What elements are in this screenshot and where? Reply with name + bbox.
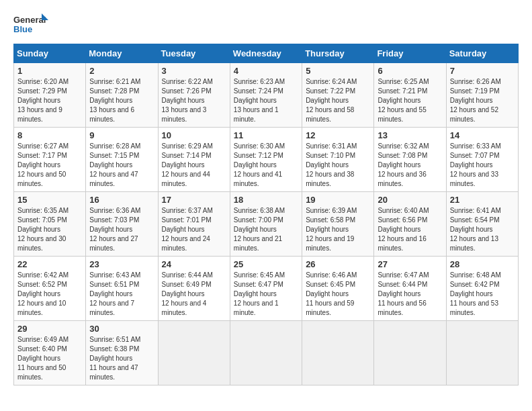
day-number: 24	[162, 259, 226, 269]
calendar-cell: 14 Sunrise: 6:33 AM Sunset: 7:07 PM Dayl…	[446, 128, 518, 192]
calendar-cell: 23 Sunrise: 6:43 AM Sunset: 6:51 PM Dayl…	[86, 257, 158, 321]
cell-content: Sunrise: 6:35 AM Sunset: 7:05 PM Dayligh…	[17, 206, 82, 253]
cell-content: Sunrise: 6:21 AM Sunset: 7:28 PM Dayligh…	[89, 77, 154, 124]
day-number: 23	[89, 259, 154, 269]
day-header-tuesday: Tuesday	[158, 44, 230, 63]
day-number: 7	[450, 66, 515, 76]
calendar-cell: 28 Sunrise: 6:48 AM Sunset: 6:42 PM Dayl…	[446, 257, 518, 321]
cell-content: Sunrise: 6:28 AM Sunset: 7:15 PM Dayligh…	[89, 142, 154, 189]
cell-content: Sunrise: 6:42 AM Sunset: 6:52 PM Dayligh…	[17, 271, 82, 318]
calendar-cell: 27 Sunrise: 6:47 AM Sunset: 6:44 PM Dayl…	[374, 257, 446, 321]
cell-content: Sunrise: 6:33 AM Sunset: 7:07 PM Dayligh…	[450, 142, 515, 189]
day-number: 14	[450, 130, 515, 140]
day-number: 18	[234, 195, 298, 205]
day-number: 19	[306, 195, 370, 205]
calendar-cell: 5 Sunrise: 6:24 AM Sunset: 7:22 PM Dayli…	[302, 63, 374, 128]
cell-content: Sunrise: 6:49 AM Sunset: 6:40 PM Dayligh…	[17, 335, 82, 382]
day-number: 10	[162, 130, 226, 140]
page-header: General Blue	[13, 13, 519, 37]
calendar-cell: 20 Sunrise: 6:40 AM Sunset: 6:56 PM Dayl…	[374, 192, 446, 257]
week-row-5: 29 Sunrise: 6:49 AM Sunset: 6:40 PM Dayl…	[14, 321, 519, 385]
day-number: 13	[378, 130, 442, 140]
cell-content: Sunrise: 6:45 AM Sunset: 6:47 PM Dayligh…	[234, 271, 298, 318]
calendar-cell: 8 Sunrise: 6:27 AM Sunset: 7:17 PM Dayli…	[14, 128, 86, 192]
calendar-cell: 10 Sunrise: 6:29 AM Sunset: 7:14 PM Dayl…	[158, 128, 230, 192]
day-header-sunday: Sunday	[14, 44, 86, 63]
day-number: 4	[234, 66, 298, 76]
cell-content: Sunrise: 6:38 AM Sunset: 7:00 PM Dayligh…	[234, 206, 298, 253]
logo-svg: General Blue	[13, 13, 50, 37]
week-row-4: 22 Sunrise: 6:42 AM Sunset: 6:52 PM Dayl…	[14, 257, 519, 321]
calendar-cell: 25 Sunrise: 6:45 AM Sunset: 6:47 PM Dayl…	[230, 257, 302, 321]
day-number: 16	[89, 195, 154, 205]
cell-content: Sunrise: 6:24 AM Sunset: 7:22 PM Dayligh…	[306, 77, 370, 124]
day-number: 9	[89, 130, 154, 140]
day-number: 3	[162, 66, 226, 76]
cell-content: Sunrise: 6:23 AM Sunset: 7:24 PM Dayligh…	[234, 77, 298, 124]
day-number: 8	[17, 130, 82, 140]
day-number: 21	[450, 195, 515, 205]
cell-content: Sunrise: 6:46 AM Sunset: 6:45 PM Dayligh…	[306, 271, 370, 318]
cell-content: Sunrise: 6:30 AM Sunset: 7:12 PM Dayligh…	[234, 142, 298, 189]
cell-content: Sunrise: 6:32 AM Sunset: 7:08 PM Dayligh…	[378, 142, 442, 189]
calendar-cell	[374, 321, 446, 385]
day-number: 30	[89, 324, 154, 334]
day-number: 15	[17, 195, 82, 205]
cell-content: Sunrise: 6:27 AM Sunset: 7:17 PM Dayligh…	[17, 142, 82, 189]
calendar-cell: 2 Sunrise: 6:21 AM Sunset: 7:28 PM Dayli…	[86, 63, 158, 128]
cell-content: Sunrise: 6:43 AM Sunset: 6:51 PM Dayligh…	[89, 271, 154, 318]
cell-content: Sunrise: 6:48 AM Sunset: 6:42 PM Dayligh…	[450, 271, 515, 318]
calendar-cell	[302, 321, 374, 385]
calendar-cell: 30 Sunrise: 6:51 AM Sunset: 6:38 PM Dayl…	[86, 321, 158, 385]
calendar-cell: 7 Sunrise: 6:26 AM Sunset: 7:19 PM Dayli…	[446, 63, 518, 128]
svg-text:General: General	[13, 15, 46, 25]
day-number: 26	[306, 259, 370, 269]
cell-content: Sunrise: 6:41 AM Sunset: 6:54 PM Dayligh…	[450, 206, 515, 253]
calendar-cell: 16 Sunrise: 6:36 AM Sunset: 7:03 PM Dayl…	[86, 192, 158, 257]
cell-content: Sunrise: 6:36 AM Sunset: 7:03 PM Dayligh…	[89, 206, 154, 253]
calendar-cell: 15 Sunrise: 6:35 AM Sunset: 7:05 PM Dayl…	[14, 192, 86, 257]
calendar-header-row: SundayMondayTuesdayWednesdayThursdayFrid…	[14, 44, 519, 63]
day-header-friday: Friday	[374, 44, 446, 63]
day-number: 1	[17, 66, 82, 76]
day-number: 6	[378, 66, 442, 76]
day-number: 2	[89, 66, 154, 76]
day-header-thursday: Thursday	[302, 44, 374, 63]
cell-content: Sunrise: 6:47 AM Sunset: 6:44 PM Dayligh…	[378, 271, 442, 318]
calendar-cell: 6 Sunrise: 6:25 AM Sunset: 7:21 PM Dayli…	[374, 63, 446, 128]
day-number: 22	[17, 259, 82, 269]
day-number: 28	[450, 259, 515, 269]
day-number: 29	[17, 324, 82, 334]
day-header-monday: Monday	[86, 44, 158, 63]
calendar-cell: 29 Sunrise: 6:49 AM Sunset: 6:40 PM Dayl…	[14, 321, 86, 385]
calendar-cell	[158, 321, 230, 385]
cell-content: Sunrise: 6:29 AM Sunset: 7:14 PM Dayligh…	[162, 142, 226, 189]
calendar-cell: 26 Sunrise: 6:46 AM Sunset: 6:45 PM Dayl…	[302, 257, 374, 321]
calendar-cell: 13 Sunrise: 6:32 AM Sunset: 7:08 PM Dayl…	[374, 128, 446, 192]
cell-content: Sunrise: 6:31 AM Sunset: 7:10 PM Dayligh…	[306, 142, 370, 189]
calendar-cell: 9 Sunrise: 6:28 AM Sunset: 7:15 PM Dayli…	[86, 128, 158, 192]
calendar-cell: 24 Sunrise: 6:44 AM Sunset: 6:49 PM Dayl…	[158, 257, 230, 321]
calendar-cell: 21 Sunrise: 6:41 AM Sunset: 6:54 PM Dayl…	[446, 192, 518, 257]
week-row-1: 1 Sunrise: 6:20 AM Sunset: 7:29 PM Dayli…	[14, 63, 519, 128]
day-header-saturday: Saturday	[446, 44, 518, 63]
cell-content: Sunrise: 6:37 AM Sunset: 7:01 PM Dayligh…	[162, 206, 226, 253]
week-row-2: 8 Sunrise: 6:27 AM Sunset: 7:17 PM Dayli…	[14, 128, 519, 192]
svg-text:Blue: Blue	[13, 24, 32, 34]
calendar-cell: 11 Sunrise: 6:30 AM Sunset: 7:12 PM Dayl…	[230, 128, 302, 192]
day-number: 25	[234, 259, 298, 269]
day-number: 12	[306, 130, 370, 140]
cell-content: Sunrise: 6:51 AM Sunset: 6:38 PM Dayligh…	[89, 335, 154, 382]
calendar-cell	[230, 321, 302, 385]
cell-content: Sunrise: 6:20 AM Sunset: 7:29 PM Dayligh…	[17, 77, 82, 124]
day-number: 17	[162, 195, 226, 205]
day-header-wednesday: Wednesday	[230, 44, 302, 63]
cell-content: Sunrise: 6:44 AM Sunset: 6:49 PM Dayligh…	[162, 271, 226, 318]
day-number: 27	[378, 259, 442, 269]
cell-content: Sunrise: 6:39 AM Sunset: 6:58 PM Dayligh…	[306, 206, 370, 253]
day-number: 5	[306, 66, 370, 76]
day-number: 11	[234, 130, 298, 140]
cell-content: Sunrise: 6:40 AM Sunset: 6:56 PM Dayligh…	[378, 206, 442, 253]
day-number: 20	[378, 195, 442, 205]
calendar-cell: 22 Sunrise: 6:42 AM Sunset: 6:52 PM Dayl…	[14, 257, 86, 321]
